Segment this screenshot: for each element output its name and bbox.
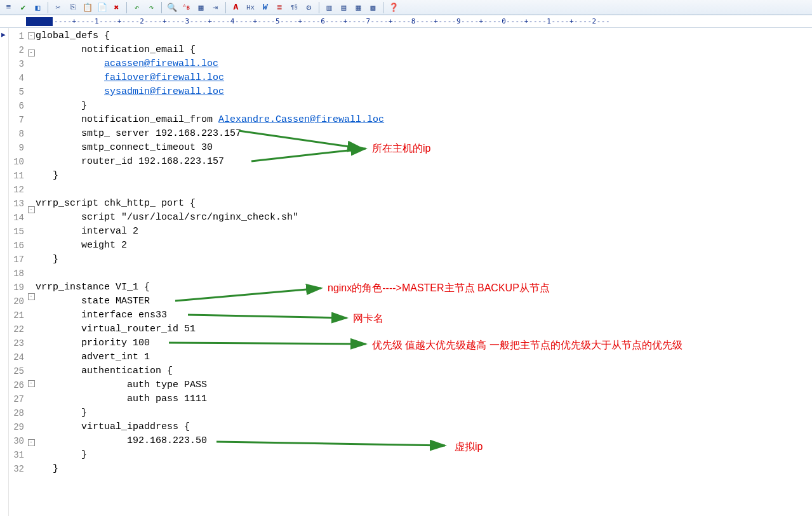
redo-icon[interactable]: ↷ — [145, 1, 157, 13]
line-number: 17 — [9, 253, 27, 267]
ruler-origin — [26, 17, 53, 26]
line-number: 9 — [9, 141, 27, 155]
code-area[interactable]: global_defs { notification_email { acass… — [36, 28, 812, 516]
code-line[interactable]: sysadmin@firewall.loc — [36, 85, 812, 99]
line-number: 24 — [9, 350, 27, 364]
paste-special-icon[interactable]: 📄 — [96, 1, 108, 13]
toolbar: ≡ ✔ ◧ ✂ ⎘ 📋 📄 ✖ ↶ ↷ 🔍 ᴬʙ ▦ ⇥ A Hx W ≣ ¶§… — [0, 0, 812, 15]
code-line[interactable]: } — [36, 462, 812, 476]
code-line[interactable]: } — [36, 253, 812, 267]
line-number: 25 — [9, 364, 27, 378]
code-line[interactable]: authentication { — [36, 364, 812, 378]
line-number: 3 — [9, 57, 27, 71]
line-number: 30 — [9, 434, 27, 448]
line-number: 14 — [9, 211, 27, 225]
email-link[interactable]: Alexandre.Cassen@firewall.loc — [218, 114, 384, 125]
delete-icon[interactable]: ✖ — [110, 1, 123, 13]
code-line[interactable] — [36, 183, 812, 197]
code-line[interactable]: } — [36, 406, 812, 420]
highlight-icon[interactable]: ▦ — [195, 1, 207, 13]
undo-icon[interactable]: ↶ — [131, 1, 143, 13]
code-line[interactable]: auth type PASS — [36, 378, 812, 392]
line-number: 8 — [9, 127, 27, 141]
line-number: 21 — [9, 308, 27, 322]
fold-toggle[interactable]: - — [28, 206, 35, 213]
code-line[interactable]: script "/usr/local/src/nginx_check.sh" — [36, 211, 812, 225]
panel4-icon[interactable]: ▩ — [367, 1, 379, 13]
annotation-priority: 优先级 值越大优先级越高 一般把主节点的优先级大于从节点的优先级 — [372, 339, 682, 352]
font-icon[interactable]: A — [230, 1, 242, 13]
fold-toggle[interactable]: - — [28, 32, 35, 39]
paste-icon[interactable]: 📋 — [81, 1, 93, 13]
line-number: 10 — [9, 155, 27, 169]
code-line[interactable]: acassen@firewall.loc — [36, 57, 812, 71]
code-icon[interactable]: ◧ — [32, 1, 44, 13]
cut-icon[interactable]: ✂ — [52, 1, 64, 13]
code-line[interactable]: virtual_ipaddress { — [36, 420, 812, 434]
annotation-host-ip: 所在主机的ip — [372, 142, 430, 155]
ruler: ----+----1----+----2----+----3----+----4… — [0, 15, 812, 28]
code-line[interactable]: notification_email_from Alexandre.Cassen… — [36, 113, 812, 127]
settings-icon[interactable]: ⚙ — [303, 1, 315, 13]
line-number: 20 — [9, 294, 27, 308]
list-icon[interactable]: ≡ — [3, 1, 15, 13]
email-link[interactable]: failover@firewall.loc — [104, 72, 224, 83]
indent-icon[interactable]: ⇥ — [210, 1, 222, 13]
code-line[interactable]: weight 2 — [36, 239, 812, 253]
line-number: 15 — [9, 225, 27, 239]
line-number: 18 — [9, 267, 27, 281]
line-icon[interactable]: ≣ — [274, 1, 286, 13]
code-line[interactable]: router_id 192.168.223.157 — [36, 155, 812, 169]
code-line[interactable]: } — [36, 169, 812, 183]
code-line[interactable]: smtp_ server 192.168.223.157 — [36, 127, 812, 141]
line-number: 1 — [9, 29, 27, 43]
email-link[interactable]: acassen@firewall.loc — [104, 58, 218, 69]
line-number: 28 — [9, 406, 27, 420]
find-replace-icon[interactable]: ᴬʙ — [180, 1, 192, 13]
code-line[interactable]: state MASTER — [36, 294, 812, 308]
code-line[interactable]: } — [36, 448, 812, 462]
fold-toggle[interactable]: - — [28, 380, 35, 387]
email-link[interactable]: sysadmin@firewall.loc — [104, 86, 224, 97]
code-line[interactable]: 192.168.223.50 — [36, 434, 812, 448]
line-number: 6 — [9, 99, 27, 113]
line-number: 29 — [9, 420, 27, 434]
line-number-gutter: 1234567891011121314151617181920212223242… — [9, 28, 27, 516]
code-line[interactable]: global_defs { — [36, 29, 812, 43]
search-icon[interactable]: 🔍 — [166, 1, 178, 13]
panel3-icon[interactable]: ▦ — [352, 1, 364, 13]
line-number: 2 — [9, 43, 27, 57]
code-line[interactable]: advert_int 1 — [36, 350, 812, 364]
line-number: 26 — [9, 378, 27, 392]
fold-toggle[interactable]: - — [28, 50, 35, 56]
line-number: 31 — [9, 448, 27, 462]
code-line[interactable]: auth pass 1111 — [36, 392, 812, 406]
line-number: 27 — [9, 392, 27, 406]
code-line[interactable]: notification_email { — [36, 43, 812, 57]
editor: ▶ 12345678910111213141516171819202122232… — [0, 28, 812, 516]
line-number: 12 — [9, 183, 27, 197]
annotation-nginx-role: nginx的角色---->MASTER主节点 BACKUP从节点 — [328, 282, 550, 295]
help-icon[interactable]: ❓ — [387, 1, 399, 13]
code-line[interactable]: virtual_router_id 51 — [36, 322, 812, 336]
line-number: 19 — [9, 281, 27, 294]
code-line[interactable]: failover@firewall.loc — [36, 71, 812, 85]
fold-toggle[interactable]: - — [28, 439, 35, 446]
marker-gutter: ▶ — [0, 28, 9, 516]
code-line[interactable]: interface ens33 — [36, 308, 812, 322]
code-line[interactable]: interval 2 — [36, 225, 812, 239]
check-icon[interactable]: ✔ — [17, 1, 29, 13]
copy-icon[interactable]: ⎘ — [67, 1, 79, 13]
code-line[interactable]: } — [36, 99, 812, 113]
code-line[interactable]: vrrp_script chk_http_ port { — [36, 197, 812, 211]
line-number: 4 — [9, 71, 27, 85]
wrap-icon[interactable]: W — [259, 1, 271, 13]
annotation-nic-name: 网卡名 — [353, 312, 383, 326]
line-number: 13 — [9, 197, 27, 211]
code-line[interactable] — [36, 267, 812, 281]
hex-icon[interactable]: Hx — [244, 1, 256, 13]
panel2-icon[interactable]: ▤ — [338, 1, 350, 13]
fold-toggle[interactable]: - — [28, 293, 35, 300]
panel1-icon[interactable]: ▥ — [323, 1, 335, 13]
symbols-icon[interactable]: ¶§ — [288, 1, 300, 13]
